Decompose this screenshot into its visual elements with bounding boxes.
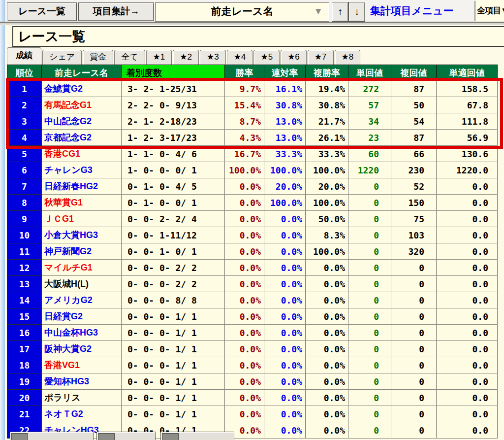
cell-quinella: 0.0% (264, 260, 306, 276)
tab-star2[interactable]: ★2 (173, 50, 199, 65)
col-header-race-name[interactable]: 前走レース名 (42, 65, 122, 81)
table-row[interactable]: 10小倉大賞HG30- 0- 1-11/120.0%0.0%8.3%01030.… (7, 227, 498, 243)
table-row[interactable]: 2有馬記念G12- 2- 0- 9/1315.4%30.8%30.8%57506… (7, 97, 498, 113)
cell-rank: 17 (7, 341, 42, 357)
window-left-edge (0, 0, 5, 440)
tab-share[interactable]: シェア (42, 50, 82, 65)
toolbar-separator (0, 22, 504, 25)
sort-down-button[interactable]: ↓ (348, 2, 365, 22)
bottom-control-group[interactable] (96, 432, 156, 440)
cell-race: 小倉大賞HG3 (42, 227, 122, 243)
col-header-show-rate[interactable]: 複勝率 (306, 65, 348, 81)
bottom-control-group[interactable] (10, 432, 94, 440)
tab-star3[interactable]: ★3 (200, 50, 226, 65)
table-row[interactable]: 8秋華賞G10- 1- 0- 0/ 10.0%100.0%100.0%01500… (7, 195, 498, 211)
cell-win: 0.0% (225, 276, 264, 292)
race-list-panel: レース一覧 成績シェア賞金全て★1★2★3★4★5★6★7★8 順位前走レース名… (5, 25, 504, 440)
cell-race: ネオＴG2 (42, 406, 122, 422)
dropdown-arrow-icon: ▼ (314, 2, 323, 20)
table-row[interactable]: 7日経新春HG20- 1- 0- 4/ 50.0%20.0%20.0%0520.… (7, 178, 498, 195)
cell-show: 0.0% (306, 292, 348, 308)
cell-quinella: 0.0% (264, 406, 306, 422)
cell-adj-roi: 56.9 (437, 130, 498, 146)
cell-show: 100.0% (306, 162, 348, 178)
cell-adj-roi: 130.6 (437, 146, 498, 162)
tab-star4[interactable]: ★4 (227, 50, 253, 65)
tab-star1[interactable]: ★1 (146, 50, 172, 65)
col-header-adj-roi[interactable]: 単適回値 (437, 65, 498, 81)
table-row[interactable]: 17阪神大賞G20- 0- 0- 1/ 10.0%0.0%0.0%000.0 (7, 341, 498, 357)
cell-rank: 15 (7, 308, 42, 325)
table-row[interactable]: 16中山金杯HG30- 0- 0- 1/ 10.0%0.0%0.0%000.0 (7, 325, 498, 341)
col-header-record[interactable]: 着別度数 (122, 65, 225, 81)
cell-record: 2- 1- 2-18/23 (122, 113, 225, 130)
all-items-dropdown[interactable]: 全項目▼ (476, 0, 504, 22)
aggregate-menu-link[interactable]: 集計項目メニュー (370, 4, 453, 18)
table-row[interactable]: 20ポラリス0- 0- 0- 1/ 10.0%0.0%0.0%000.0 (7, 390, 498, 406)
cell-win-roi: 0 (348, 260, 391, 276)
cell-rank: 19 (7, 373, 42, 390)
cell-rank: 13 (7, 276, 42, 292)
cell-record: 0- 1- 0- 0/ 1 (122, 195, 225, 211)
item-aggregate-button[interactable]: 項目集計→ (78, 2, 154, 21)
col-header-win-rate[interactable]: 勝率 (225, 65, 264, 81)
cell-rank: 6 (7, 162, 42, 178)
table-row[interactable]: 18香港VG10- 0- 0- 1/ 10.0%0.0%0.0%000.0 (7, 357, 498, 373)
cell-quinella: 0.0% (264, 390, 306, 406)
table-row[interactable]: 1金鯱賞G23- 2- 1-25/319.7%16.1%19.4%2728715… (7, 81, 498, 97)
table-row[interactable]: 4京都記念G21- 2- 3-17/234.3%13.0%26.1%238756… (7, 130, 498, 146)
table-row[interactable]: 12マイルチG10- 0- 0- 2/ 20.0%0.0%0.0%000.0 (7, 260, 498, 276)
cell-place-roi: 75 (391, 211, 437, 227)
table-row[interactable]: 13大阪城H(L)0- 0- 0- 2/ 20.0%0.0%0.0%000.0 (7, 276, 498, 292)
cell-show: 100.0% (306, 195, 348, 211)
tab-results[interactable]: 成績 (7, 47, 41, 65)
table-row[interactable]: 21ネオＴG20- 0- 0- 1/ 10.0%0.0%0.0%000.0 (7, 406, 498, 422)
tab-star8[interactable]: ★8 (335, 50, 361, 65)
table-row[interactable]: 3中山記念G22- 1- 2-18/238.7%13.0%21.7%345411… (7, 113, 498, 130)
cell-rank: 2 (7, 97, 42, 113)
tab-star6[interactable]: ★6 (281, 50, 307, 65)
cell-race: 中山記念G2 (42, 113, 122, 130)
cell-win-roi: 57 (348, 97, 391, 113)
cell-show: 26.1% (306, 130, 348, 146)
cell-quinella: 0.0% (264, 325, 306, 341)
sort-up-button[interactable]: ↑ (332, 2, 348, 22)
cell-place-roi: 150 (391, 195, 437, 211)
cell-record: 3- 2- 1-25/31 (122, 81, 225, 97)
cell-quinella: 0.0% (264, 292, 306, 308)
cell-quinella: 100.0% (264, 195, 306, 211)
cell-record: 0- 0- 0- 8/ 8 (122, 292, 225, 308)
table-row[interactable]: 9ＪＣG10- 0- 2- 2/ 40.0%0.0%50.0%0750.0 (7, 211, 498, 227)
tab-strip: 成績シェア賞金全て★1★2★3★4★5★6★7★8 (7, 47, 361, 65)
col-header-quinella-rate[interactable]: 連対率 (264, 65, 306, 81)
table-row[interactable]: 15日経賞G20- 0- 0- 1/ 10.0%0.0%0.0%000.0 (7, 308, 498, 325)
tab-star7[interactable]: ★7 (308, 50, 334, 65)
cell-show: 19.4% (306, 81, 348, 97)
cell-show: 0.0% (306, 406, 348, 422)
col-header-rank[interactable]: 順位 (7, 65, 42, 81)
cell-race: アメリカG2 (42, 292, 122, 308)
prev-race-name-dropdown[interactable]: 前走レース名 ▼ (155, 2, 329, 22)
cell-win-roi: 0 (348, 178, 391, 195)
table-row[interactable]: 5香港CG11- 1- 0- 4/ 616.7%33.3%33.3%606613… (7, 146, 498, 162)
bottom-control-group[interactable] (160, 432, 234, 440)
cell-place-roi: 0 (391, 373, 437, 390)
tab-prize[interactable]: 賞金 (83, 50, 113, 65)
col-header-win-roi[interactable]: 単回値 (348, 65, 391, 81)
tab-star5[interactable]: ★5 (253, 50, 280, 65)
cell-race: 大阪城H(L) (42, 276, 122, 292)
cell-race: 香港CG1 (42, 146, 122, 162)
race-list-button[interactable]: レース一覧 (7, 2, 77, 21)
cell-show: 33.3% (306, 146, 348, 162)
table-row[interactable]: 11神戸新聞G20- 0- 1- 0/ 10.0%0.0%100.0%03200… (7, 243, 498, 260)
bottom-control-knob (98, 433, 115, 440)
tab-all[interactable]: 全て (114, 50, 145, 65)
cell-adj-roi: 0.0 (437, 276, 498, 292)
cell-rank: 11 (7, 243, 42, 260)
table-row[interactable]: 19愛知杯HG30- 0- 0- 1/ 10.0%0.0%0.0%000.0 (7, 373, 498, 390)
cell-win: 0.0% (225, 308, 264, 325)
col-header-place-roi[interactable]: 複回値 (391, 65, 437, 81)
table-row[interactable]: 14アメリカG20- 0- 0- 8/ 80.0%0.0%0.0%000.0 (7, 292, 498, 308)
page-title: レース一覧 (12, 26, 504, 47)
table-row[interactable]: 6チャレンG31- 0- 0- 0/ 1100.0%100.0%100.0%12… (7, 162, 498, 178)
